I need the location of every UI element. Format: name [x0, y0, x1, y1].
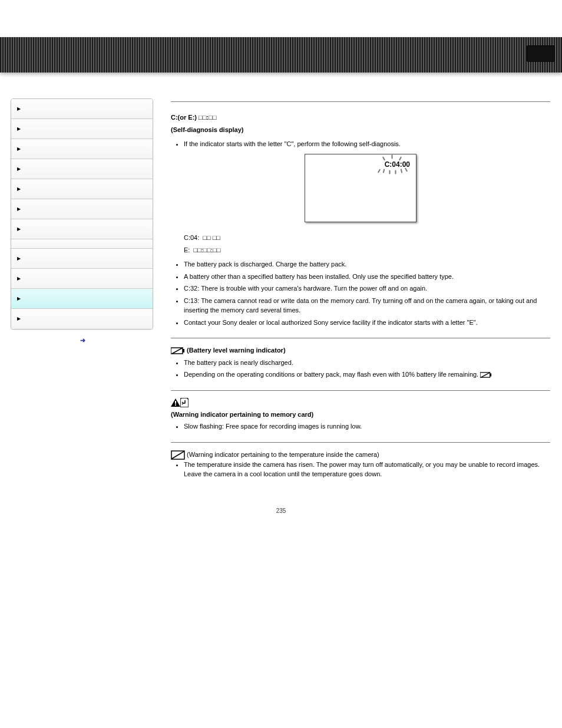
- main-content: C:(or E:) □□:□□ (Self-diagnosis display)…: [171, 98, 562, 505]
- svg-rect-4: [490, 374, 492, 377]
- heading-text-1: C:(or E:): [171, 114, 199, 121]
- chevron-right-icon: ▶: [17, 106, 21, 112]
- placeholder-glyph: □□:□□:□□: [193, 245, 220, 255]
- sidebar-item-1[interactable]: ▶: [11, 119, 153, 139]
- list-item: Depending on the operating conditions or…: [184, 370, 550, 380]
- battery-low-icon: [480, 372, 492, 378]
- heading-text: (Battery level warning indicator): [187, 347, 285, 354]
- code-row: C:04: □□ □□: [184, 233, 550, 243]
- list-item-text: Depending on the operating conditions or…: [184, 371, 478, 378]
- list-item: If the indicator starts with the letter …: [184, 139, 550, 149]
- section-memory-card-warning: (Warning indicator pertaining to memory …: [171, 398, 550, 443]
- code-text: E:: [184, 245, 190, 255]
- svg-rect-6: [175, 401, 176, 404]
- back-next-nav[interactable]: ➜: [11, 337, 153, 344]
- sidebar-item-5[interactable]: ▶: [11, 199, 153, 219]
- code-text: C:04:: [184, 233, 199, 243]
- code-row: E: □□:□□:□□: [184, 245, 550, 255]
- section-battery-warning: (Battery level warning indicator) The ba…: [171, 345, 550, 391]
- section-self-diagnosis: C:(or E:) □□:□□ (Self-diagnosis display)…: [171, 113, 550, 338]
- display-code: C:04:00: [385, 159, 410, 170]
- svg-rect-1: [183, 349, 184, 353]
- sidebar-item-0[interactable]: ▶: [11, 99, 153, 119]
- memory-card-icon: [180, 398, 189, 407]
- placeholder-glyph: □□:□□: [199, 114, 216, 121]
- list-item: Slow flashing: Free space for recording …: [184, 421, 550, 431]
- sidebar-item-8[interactable]: ▶: [11, 269, 153, 289]
- sidebar-item-4[interactable]: ▶: [11, 179, 153, 199]
- svg-line-2: [172, 348, 183, 354]
- warning-triangle-icon: [171, 398, 180, 407]
- svg-rect-7: [175, 404, 176, 406]
- chevron-right-icon: ▶: [17, 256, 21, 262]
- section-heading: (Warning indicator pertaining to the tem…: [171, 450, 550, 460]
- sidebar-item-10[interactable]: ▶: [11, 309, 153, 329]
- chevron-right-icon: ▶: [17, 296, 21, 302]
- header-bar: [0, 37, 562, 73]
- list-item: C:32: There is trouble with your camera'…: [184, 284, 550, 294]
- chevron-right-icon: ▶: [17, 316, 21, 322]
- sidebar-item-9[interactable]: ▶: [11, 289, 153, 309]
- page-subtitle: [171, 100, 550, 102]
- list-item: C:13: The camera cannot read or write da…: [184, 296, 550, 315]
- chevron-right-icon: ▶: [17, 276, 21, 282]
- sidebar-divider: [11, 239, 153, 249]
- heading-text: (Warning indicator pertaining to memory …: [171, 411, 313, 418]
- sidebar-item-2[interactable]: ▶: [11, 139, 153, 159]
- section-heading-2: (Self-diagnosis display): [171, 125, 550, 135]
- chevron-right-icon: ▶: [17, 126, 21, 132]
- temperature-warning-icon: [171, 450, 185, 460]
- list-item: The battery pack is nearly discharged.: [184, 358, 550, 368]
- section-heading: (Battery level warning indicator): [171, 345, 550, 355]
- battery-low-icon: [171, 347, 185, 354]
- chevron-right-icon: ▶: [17, 186, 21, 192]
- sidebar: ▶ ▶ ▶ ▶ ▶ ▶ ▶: [11, 98, 153, 505]
- chevron-right-icon: ▶: [17, 146, 21, 152]
- chevron-right-icon: ▶: [17, 166, 21, 172]
- sidebar-item-3[interactable]: ▶: [11, 159, 153, 179]
- section-heading: (Warning indicator pertaining to memory …: [171, 398, 550, 420]
- list-item: A battery other than a specified battery…: [184, 272, 550, 282]
- list-item: The temperature inside the camera has ri…: [184, 460, 550, 479]
- sidebar-item-6[interactable]: ▶: [11, 219, 153, 239]
- sidebar-panel: ▶ ▶ ▶ ▶ ▶ ▶ ▶: [11, 98, 153, 330]
- svg-line-5: [481, 373, 490, 377]
- list-item: Contact your Sony dealer or local author…: [184, 318, 550, 328]
- heading-text: (Warning indicator pertaining to the tem…: [187, 451, 379, 458]
- page-number: 235: [0, 505, 562, 532]
- header-button[interactable]: [527, 45, 555, 62]
- chevron-right-icon: ▶: [17, 206, 21, 212]
- chevron-right-icon: ▶: [17, 226, 21, 232]
- arrow-right-icon: ➜: [78, 337, 85, 344]
- section-temperature-warning: (Warning indicator pertaining to the tem…: [171, 450, 550, 479]
- section-heading: C:(or E:) □□:□□: [171, 113, 550, 123]
- list-item: The battery pack is discharged. Charge t…: [184, 259, 550, 269]
- sidebar-item-7[interactable]: ▶: [11, 249, 153, 269]
- display-preview-box: C:04:00: [305, 154, 416, 222]
- placeholder-glyph: □□ □□: [203, 233, 220, 243]
- svg-line-9: [172, 452, 184, 459]
